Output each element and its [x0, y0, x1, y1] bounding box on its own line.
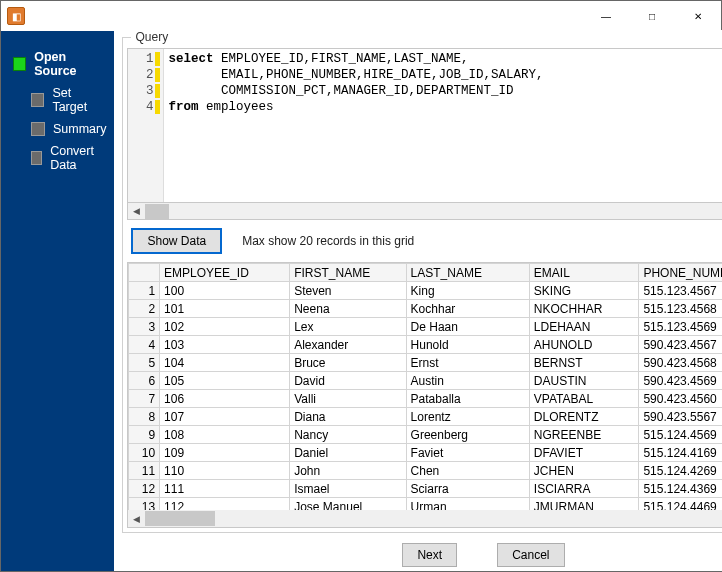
cell[interactable]: Greenberg: [406, 426, 529, 444]
cell[interactable]: 590.423.5567: [639, 408, 722, 426]
column-header[interactable]: FIRST_NAME: [290, 264, 406, 282]
sidebar-item-open-source[interactable]: Open Source: [1, 46, 114, 82]
sql-editor[interactable]: 1 2 3 4 select EMPLOYEE_ID,FIRST_NAME,LA…: [127, 48, 722, 203]
cell[interactable]: Pataballa: [406, 390, 529, 408]
maximize-button[interactable]: □: [629, 1, 675, 31]
cell[interactable]: 102: [160, 318, 290, 336]
next-button[interactable]: Next: [402, 543, 457, 567]
cell[interactable]: King: [406, 282, 529, 300]
cell[interactable]: Steven: [290, 282, 406, 300]
scroll-left-icon[interactable]: ◀: [128, 510, 145, 527]
cell[interactable]: 590.423.4568: [639, 354, 722, 372]
editor-code[interactable]: select EMPLOYEE_ID,FIRST_NAME,LAST_NAME,…: [164, 49, 722, 202]
cell[interactable]: NGREENBE: [529, 426, 639, 444]
cell[interactable]: 110: [160, 462, 290, 480]
table-row[interactable]: 9108NancyGreenbergNGREENBE515.124.456919…: [129, 426, 722, 444]
cell[interactable]: 108: [160, 426, 290, 444]
cell[interactable]: 515.124.4469: [639, 498, 722, 511]
close-button[interactable]: ✕: [675, 1, 721, 31]
scroll-track[interactable]: [145, 204, 722, 219]
column-header[interactable]: PHONE_NUMBER: [639, 264, 722, 282]
table-row[interactable]: 4103AlexanderHunoldAHUNOLD590.423.456719…: [129, 336, 722, 354]
cell[interactable]: Faviet: [406, 444, 529, 462]
cell[interactable]: 101: [160, 300, 290, 318]
cell[interactable]: 107: [160, 408, 290, 426]
cell[interactable]: DLORENTZ: [529, 408, 639, 426]
sidebar-item-set-target[interactable]: Set Target: [1, 82, 114, 118]
cell[interactable]: BERNST: [529, 354, 639, 372]
cell[interactable]: VPATABAL: [529, 390, 639, 408]
editor-horizontal-scrollbar[interactable]: ◀ ▶: [127, 203, 722, 220]
cell[interactable]: Kochhar: [406, 300, 529, 318]
table-row[interactable]: 8107DianaLorentzDLORENTZ590.423.5567199: [129, 408, 722, 426]
cell[interactable]: Ismael: [290, 480, 406, 498]
show-data-button[interactable]: Show Data: [131, 228, 222, 254]
cell[interactable]: Urman: [406, 498, 529, 511]
cell[interactable]: JCHEN: [529, 462, 639, 480]
cell[interactable]: NKOCHHAR: [529, 300, 639, 318]
table-row[interactable]: 13112Jose ManuelUrmanJMURMAN515.124.4469…: [129, 498, 722, 511]
cell[interactable]: ISCIARRA: [529, 480, 639, 498]
cell[interactable]: 109: [160, 444, 290, 462]
grid-corner[interactable]: [129, 264, 160, 282]
cell[interactable]: 515.124.4269: [639, 462, 722, 480]
table-row[interactable]: 12111IsmaelSciarraISCIARRA515.124.436919…: [129, 480, 722, 498]
cell[interactable]: 515.124.4169: [639, 444, 722, 462]
cell[interactable]: Daniel: [290, 444, 406, 462]
cell[interactable]: 104: [160, 354, 290, 372]
table-row[interactable]: 1100StevenKingSKING515.123.4567198: [129, 282, 722, 300]
cell[interactable]: 112: [160, 498, 290, 511]
cell[interactable]: Hunold: [406, 336, 529, 354]
cell[interactable]: Bruce: [290, 354, 406, 372]
table-row[interactable]: 3102LexDe HaanLDEHAAN515.123.4569199: [129, 318, 722, 336]
grid-horizontal-scrollbar[interactable]: ◀ ▶: [128, 510, 722, 527]
cell[interactable]: JMURMAN: [529, 498, 639, 511]
cell[interactable]: 515.123.4569: [639, 318, 722, 336]
column-header[interactable]: EMAIL: [529, 264, 639, 282]
cell[interactable]: 515.124.4369: [639, 480, 722, 498]
cell[interactable]: 100: [160, 282, 290, 300]
table-row[interactable]: 10109DanielFavietDFAVIET515.124.4169199: [129, 444, 722, 462]
cell[interactable]: SKING: [529, 282, 639, 300]
cell[interactable]: Austin: [406, 372, 529, 390]
table-row[interactable]: 7106ValliPataballaVPATABAL590.423.456019…: [129, 390, 722, 408]
cell[interactable]: 590.423.4569: [639, 372, 722, 390]
cell[interactable]: Chen: [406, 462, 529, 480]
grid-body[interactable]: EMPLOYEE_ID FIRST_NAME LAST_NAME EMAIL P…: [128, 263, 722, 510]
scroll-track[interactable]: [145, 511, 722, 526]
scroll-thumb[interactable]: [145, 204, 169, 219]
scroll-thumb[interactable]: [145, 511, 215, 526]
cell[interactable]: Lorentz: [406, 408, 529, 426]
sidebar-item-summary[interactable]: Summary: [1, 118, 114, 140]
table-row[interactable]: 6105DavidAustinDAUSTIN590.423.4569199: [129, 372, 722, 390]
cell[interactable]: John: [290, 462, 406, 480]
column-header[interactable]: LAST_NAME: [406, 264, 529, 282]
cell[interactable]: 105: [160, 372, 290, 390]
table-row[interactable]: 2101NeenaKochharNKOCHHAR515.123.4568198: [129, 300, 722, 318]
cell[interactable]: 515.123.4568: [639, 300, 722, 318]
minimize-button[interactable]: —: [583, 1, 629, 31]
cell[interactable]: 103: [160, 336, 290, 354]
cell[interactable]: 106: [160, 390, 290, 408]
cell[interactable]: Neena: [290, 300, 406, 318]
cell[interactable]: Sciarra: [406, 480, 529, 498]
table-row[interactable]: 5104BruceErnstBERNST590.423.4568199: [129, 354, 722, 372]
sidebar-item-convert-data[interactable]: Convert Data: [1, 140, 114, 176]
cell[interactable]: 590.423.4560: [639, 390, 722, 408]
cell[interactable]: Nancy: [290, 426, 406, 444]
cell[interactable]: 590.423.4567: [639, 336, 722, 354]
cell[interactable]: David: [290, 372, 406, 390]
cell[interactable]: 515.124.4569: [639, 426, 722, 444]
cell[interactable]: AHUNOLD: [529, 336, 639, 354]
table-row[interactable]: 11110JohnChenJCHEN515.124.4269199: [129, 462, 722, 480]
cell[interactable]: DAUSTIN: [529, 372, 639, 390]
cell[interactable]: De Haan: [406, 318, 529, 336]
cell[interactable]: Diana: [290, 408, 406, 426]
cell[interactable]: LDEHAAN: [529, 318, 639, 336]
scroll-left-icon[interactable]: ◀: [128, 204, 145, 219]
cell[interactable]: Alexander: [290, 336, 406, 354]
cell[interactable]: Ernst: [406, 354, 529, 372]
cell[interactable]: DFAVIET: [529, 444, 639, 462]
cell[interactable]: Jose Manuel: [290, 498, 406, 511]
cell[interactable]: Lex: [290, 318, 406, 336]
